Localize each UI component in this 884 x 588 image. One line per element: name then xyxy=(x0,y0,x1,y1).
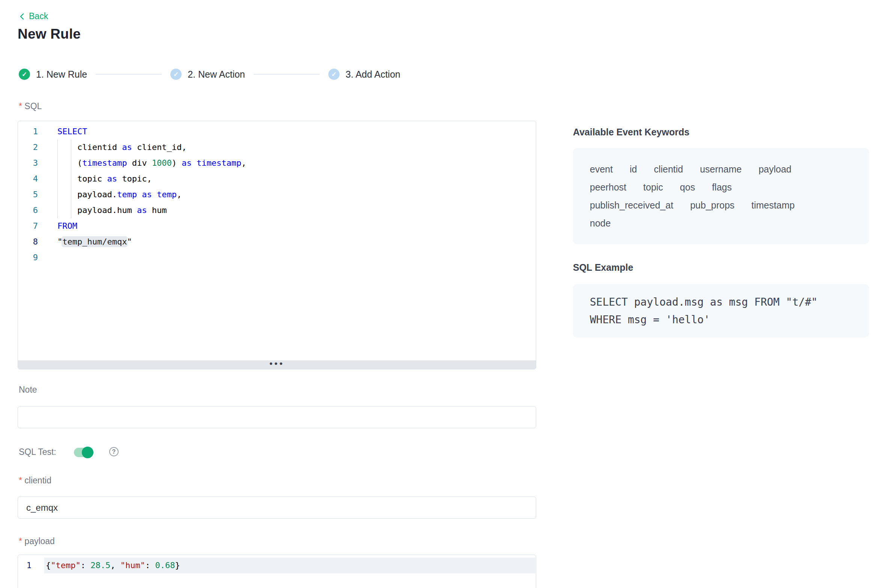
sql-code-lines: 1SELECT2 clientid as client_id,3 (timest… xyxy=(18,124,536,266)
help-panel: Available Event Keywords eventidclientid… xyxy=(573,127,869,338)
line-number: 2 xyxy=(18,140,38,155)
sql-test-label: SQL Test: xyxy=(19,447,56,457)
code-text: FROM xyxy=(57,218,77,234)
line-number: 7 xyxy=(18,218,38,234)
keyword-chip: payload xyxy=(759,160,792,178)
payload-code-editor[interactable]: 1{"temp": 28.5, "hum": 0.68} xyxy=(18,555,536,588)
sql-code-editor[interactable]: 1SELECT2 clientid as client_id,3 (timest… xyxy=(18,121,536,369)
keyword-chip: topic xyxy=(643,178,663,196)
step-connector xyxy=(96,74,162,75)
code-text: clientid as client_id, xyxy=(57,140,186,155)
code-line: 9 xyxy=(18,250,536,266)
line-number: 8 xyxy=(18,234,38,250)
code-line: 3 (timestamp div 1000) as timestamp, xyxy=(18,155,536,171)
keyword-chip: flags xyxy=(712,178,732,196)
code-line: 1{"temp": 28.5, "hum": 0.68} xyxy=(18,558,536,573)
code-line: 1SELECT xyxy=(18,124,536,140)
code-text: SELECT xyxy=(57,124,87,140)
line-number: 3 xyxy=(18,155,38,171)
code-text: topic as topic, xyxy=(57,171,152,187)
step-label: 1. New Rule xyxy=(36,69,87,80)
payload-code-lines: 1{"temp": 28.5, "hum": 0.68} xyxy=(18,558,536,573)
keyword-chip: pub_props xyxy=(690,196,734,214)
keywords-box: eventidclientidusernamepayloadpeerhostto… xyxy=(573,148,869,244)
keyword-row: eventidclientidusernamepayload xyxy=(590,160,852,178)
step-new-action[interactable]: ✓ 2. New Action xyxy=(170,69,245,80)
code-text: (timestamp div 1000) as timestamp, xyxy=(57,155,246,171)
keywords-title: Available Event Keywords xyxy=(573,127,869,138)
page-title: New Rule xyxy=(18,26,81,42)
payload-field-label: payload xyxy=(19,536,55,546)
keyword-chip: node xyxy=(590,214,611,232)
keyword-row: peerhosttopicqosflags xyxy=(590,178,852,196)
drag-dots-icon: ••• xyxy=(269,362,284,368)
code-line: 7FROM xyxy=(18,218,536,234)
keyword-row: node xyxy=(590,214,852,232)
step-add-action[interactable]: ✓ 3. Add Action xyxy=(328,69,400,80)
back-label: Back xyxy=(29,11,48,21)
toggle-knob xyxy=(82,447,93,458)
chevron-left-icon xyxy=(19,13,26,20)
step-label: 3. Add Action xyxy=(346,69,400,80)
code-text: {"temp": 28.5, "hum": 0.68} xyxy=(46,558,180,573)
help-icon[interactable]: ? xyxy=(109,447,119,456)
example-code-line: SELECT payload.msg as msg FROM "t/#" xyxy=(590,293,852,311)
keyword-row: publish_received_atpub_propstimestamp xyxy=(590,196,852,214)
line-number: 9 xyxy=(18,250,38,266)
sql-field-label: SQL xyxy=(19,101,42,111)
keyword-chip: id xyxy=(630,160,637,178)
line-number: 6 xyxy=(18,202,38,218)
editor-resize-handle[interactable]: ••• xyxy=(18,360,536,369)
check-icon: ✓ xyxy=(170,69,182,80)
line-number: 1 xyxy=(18,124,38,140)
keyword-chip: qos xyxy=(680,178,695,196)
sql-example-box: SELECT payload.msg as msg FROM "t/#"WHER… xyxy=(573,284,869,338)
line-number: 4 xyxy=(18,171,38,187)
code-text: payload.temp as temp, xyxy=(57,187,182,202)
example-code-line: WHERE msg = 'hello' xyxy=(590,311,852,328)
sql-test-toggle[interactable] xyxy=(74,448,93,457)
line-number: 5 xyxy=(18,187,38,202)
code-line: 2 clientid as client_id, xyxy=(18,140,536,155)
keyword-chip: username xyxy=(700,160,741,178)
keyword-chip: timestamp xyxy=(752,196,795,214)
code-text: payload.hum as hum xyxy=(57,202,167,218)
code-line: 4 topic as topic, xyxy=(18,171,536,187)
code-line: 6 payload.hum as hum xyxy=(18,202,536,218)
step-new-rule[interactable]: ✓ 1. New Rule xyxy=(19,69,87,80)
new-rule-page: Back New Rule ✓ 1. New Rule ✓ 2. New Act… xyxy=(0,0,884,588)
keyword-chip: publish_received_at xyxy=(590,196,673,214)
note-input[interactable] xyxy=(18,406,536,428)
step-connector xyxy=(254,74,320,75)
keyword-chip: event xyxy=(590,160,613,178)
clientid-input[interactable] xyxy=(18,496,536,519)
note-field-label: Note xyxy=(19,385,37,395)
code-line: 8"temp_hum/emqx" xyxy=(18,234,536,250)
steps-bar: ✓ 1. New Rule ✓ 2. New Action ✓ 3. Add A… xyxy=(19,69,400,80)
back-link[interactable]: Back xyxy=(19,11,48,21)
step-label: 2. New Action xyxy=(188,69,245,80)
sql-example-title: SQL Example xyxy=(573,262,869,273)
clientid-field-label: clientid xyxy=(19,476,51,486)
code-text: "temp_hum/emqx" xyxy=(57,234,132,250)
code-line: 5 payload.temp as temp, xyxy=(18,187,536,202)
keyword-chip: clientid xyxy=(654,160,683,178)
check-icon: ✓ xyxy=(328,69,340,80)
line-number: 1 xyxy=(18,558,32,573)
check-icon: ✓ xyxy=(19,69,30,80)
keyword-chip: peerhost xyxy=(590,178,626,196)
